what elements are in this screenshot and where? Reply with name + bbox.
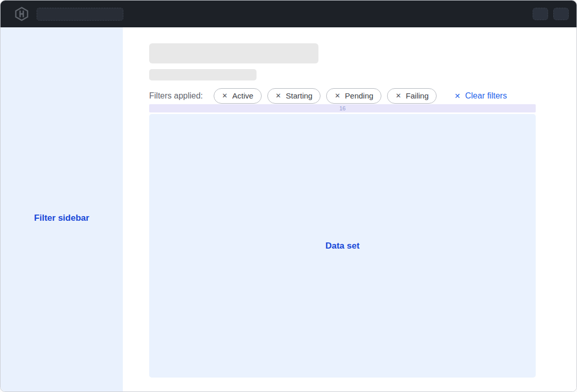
filter-sidebar-label: Filter sidebar (34, 213, 89, 223)
filter-chip-label: Active (232, 92, 253, 100)
filter-chip-label: Failing (406, 92, 428, 100)
filter-chip-starting[interactable]: ✕ Starting (267, 88, 321, 104)
filter-chip-failing[interactable]: ✕ Failing (387, 88, 437, 104)
clear-filters-button[interactable]: ✕ Clear filters (454, 91, 507, 101)
nav-search-placeholder[interactable] (37, 8, 123, 21)
close-icon: ✕ (454, 92, 460, 100)
filters-applied-label: Filters applied: (149, 91, 203, 101)
filter-chip-active[interactable]: ✕ Active (214, 88, 262, 104)
topbar-button-placeholder-2[interactable] (553, 8, 569, 20)
result-count: 16 (339, 106, 345, 111)
topbar-button-placeholder-1[interactable] (533, 8, 548, 20)
close-icon[interactable]: ✕ (276, 92, 281, 99)
data-set-area: Data set (149, 114, 536, 378)
title-placeholder (149, 43, 318, 63)
app-window: Filter sidebar Filters applied: ✕ Active… (0, 0, 577, 392)
subtitle-placeholder (149, 69, 257, 80)
top-nav-bar (1, 1, 576, 27)
filter-chip-pending[interactable]: ✕ Pending (326, 88, 381, 104)
filters-applied-row: Filters applied: ✕ Active ✕ Starting ✕ P… (149, 88, 576, 104)
filter-chips: ✕ Active ✕ Starting ✕ Pending ✕ Failing (214, 88, 437, 104)
close-icon[interactable]: ✕ (222, 92, 228, 99)
clear-filters-label: Clear filters (465, 91, 507, 101)
close-icon[interactable]: ✕ (395, 92, 401, 99)
main-content: Filters applied: ✕ Active ✕ Starting ✕ P… (123, 27, 576, 391)
data-set-label: Data set (325, 241, 359, 251)
hashicorp-logo-icon (15, 7, 28, 21)
filter-chip-label: Pending (345, 92, 373, 100)
filter-sidebar: Filter sidebar (1, 27, 123, 391)
close-icon[interactable]: ✕ (334, 92, 340, 99)
filter-chip-label: Starting (286, 92, 313, 100)
result-count-bar: 16 (149, 104, 536, 112)
app-body: Filter sidebar Filters applied: ✕ Active… (1, 27, 576, 391)
